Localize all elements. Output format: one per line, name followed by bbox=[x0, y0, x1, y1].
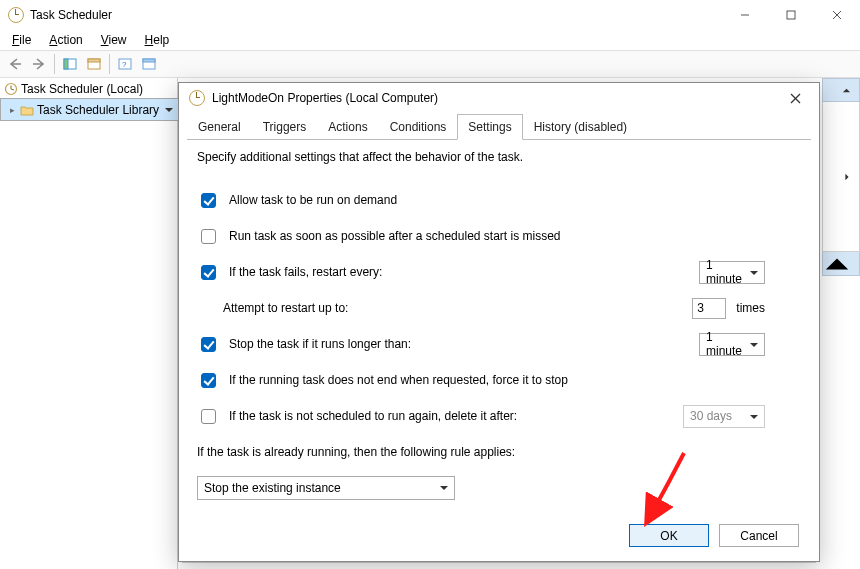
running-rule-select[interactable]: Stop the existing instance bbox=[197, 476, 455, 500]
menu-help[interactable]: Help bbox=[137, 31, 178, 49]
restart-interval-select[interactable]: 1 minute bbox=[699, 261, 765, 284]
properties-dialog: LightModeOn Properties (Local Computer) … bbox=[178, 82, 820, 562]
run-asap-label: Run task as soon as possible after a sch… bbox=[229, 229, 561, 243]
properties-button[interactable] bbox=[83, 53, 105, 75]
ok-button[interactable]: OK bbox=[629, 524, 709, 547]
tab-actions[interactable]: Actions bbox=[317, 114, 378, 140]
delete-after-checkbox[interactable] bbox=[201, 409, 216, 424]
actions-collapse-2[interactable] bbox=[822, 252, 860, 276]
new-view-button[interactable] bbox=[138, 53, 160, 75]
tab-conditions[interactable]: Conditions bbox=[379, 114, 458, 140]
tree-child[interactable]: ▸ Task Scheduler Library bbox=[0, 98, 180, 121]
restart-count-input[interactable] bbox=[692, 298, 726, 319]
folder-icon bbox=[20, 103, 34, 117]
toolbar: ? bbox=[0, 50, 860, 78]
allow-on-demand-label: Allow task to be run on demand bbox=[229, 193, 397, 207]
actions-collapse-1[interactable] bbox=[822, 78, 860, 102]
show-action-pane-button[interactable] bbox=[59, 53, 81, 75]
svg-rect-11 bbox=[143, 59, 155, 62]
tree-root[interactable]: Task Scheduler (Local) bbox=[0, 80, 177, 98]
svg-text:?: ? bbox=[122, 60, 127, 69]
toolbar-separator bbox=[109, 54, 110, 74]
restart-on-fail-label: If the task fails, restart every: bbox=[229, 265, 382, 279]
svg-rect-5 bbox=[64, 59, 68, 69]
nav-back-button[interactable] bbox=[4, 53, 26, 75]
toolbar-separator bbox=[54, 54, 55, 74]
force-stop-label: If the running task does not end when re… bbox=[229, 373, 568, 387]
menu-file[interactable]: File bbox=[4, 31, 39, 49]
clock-icon bbox=[189, 90, 205, 106]
dialog-close-button[interactable] bbox=[781, 87, 809, 109]
delete-days-select: 30 days bbox=[683, 405, 765, 428]
force-stop-checkbox[interactable] bbox=[201, 373, 216, 388]
close-button[interactable] bbox=[814, 0, 860, 30]
clock-icon bbox=[4, 82, 18, 96]
restart-upto-label: Attempt to restart up to: bbox=[223, 301, 348, 315]
help-button[interactable]: ? bbox=[114, 53, 136, 75]
chevron-right-icon: ▸ bbox=[7, 105, 17, 115]
menu-bar: File Action View Help bbox=[0, 30, 860, 50]
menu-view[interactable]: View bbox=[93, 31, 135, 49]
allow-on-demand-checkbox[interactable] bbox=[201, 193, 216, 208]
tree-root-label: Task Scheduler (Local) bbox=[21, 82, 143, 96]
svg-rect-7 bbox=[88, 59, 100, 62]
actions-scroll[interactable] bbox=[822, 102, 860, 252]
dialog-title: LightModeOn Properties (Local Computer) bbox=[212, 91, 781, 105]
window-title: Task Scheduler bbox=[30, 8, 722, 22]
tab-history[interactable]: History (disabled) bbox=[523, 114, 638, 140]
tree-pane: Task Scheduler (Local) ▸ Task Scheduler … bbox=[0, 78, 178, 569]
minimize-button[interactable] bbox=[722, 0, 768, 30]
tab-triggers[interactable]: Triggers bbox=[252, 114, 318, 140]
cancel-button[interactable]: Cancel bbox=[719, 524, 799, 547]
svg-rect-1 bbox=[787, 11, 795, 19]
maximize-button[interactable] bbox=[768, 0, 814, 30]
restart-on-fail-checkbox[interactable] bbox=[201, 265, 216, 280]
tree-child-label: Task Scheduler Library bbox=[37, 103, 159, 117]
delete-after-label: If the task is not scheduled to run agai… bbox=[229, 409, 517, 423]
tab-general[interactable]: General bbox=[187, 114, 252, 140]
app-icon bbox=[8, 7, 24, 23]
times-label: times bbox=[736, 301, 765, 315]
stop-duration-select[interactable]: 1 minute bbox=[699, 333, 765, 356]
settings-description: Specify additional settings that affect … bbox=[197, 150, 801, 164]
stop-long-task-checkbox[interactable] bbox=[201, 337, 216, 352]
run-asap-checkbox[interactable] bbox=[201, 229, 216, 244]
nav-forward-button[interactable] bbox=[28, 53, 50, 75]
stop-long-task-label: Stop the task if it runs longer than: bbox=[229, 337, 411, 351]
tab-settings[interactable]: Settings bbox=[457, 114, 522, 140]
menu-action[interactable]: Action bbox=[41, 31, 90, 49]
already-running-label: If the task is already running, then the… bbox=[197, 445, 515, 459]
